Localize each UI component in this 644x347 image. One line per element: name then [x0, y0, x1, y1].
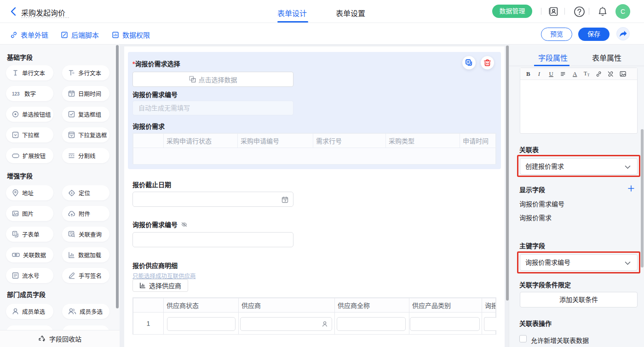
- svg-text:T: T: [587, 73, 590, 77]
- svg-text:123: 123: [12, 91, 20, 97]
- svg-text:T: T: [584, 70, 587, 76]
- svg-text:B: B: [526, 70, 530, 77]
- svg-text:U: U: [549, 70, 554, 77]
- svg-text:A: A: [573, 70, 577, 77]
- svg-text:I: I: [538, 70, 540, 77]
